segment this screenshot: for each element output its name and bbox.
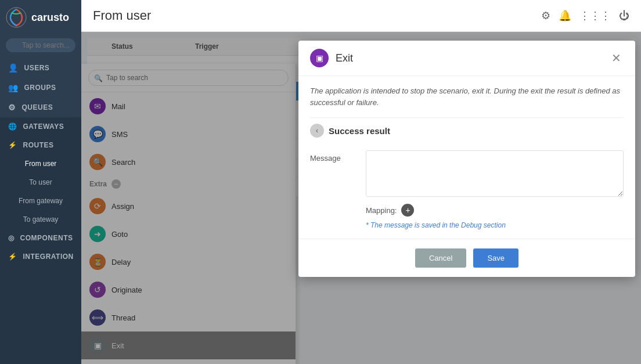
modal-body: The application is intended to stop the … [298, 76, 635, 239]
topbar-icons: ⚙ 🔔 ⋮⋮⋮ ⏻ [541, 9, 629, 22]
routes-label: ROUTES [23, 141, 54, 149]
sidebar-item-from-gateway[interactable]: From gateway [0, 192, 81, 210]
sidebar-search-input[interactable] [6, 38, 75, 52]
sidebar-nav-integration[interactable]: ⚡ INTEGRATION [0, 247, 81, 266]
groups-icon: 👥 [8, 83, 19, 92]
routes-icon: ⚡ [8, 141, 17, 149]
modal-footer: Cancel Save [298, 239, 635, 277]
queues-icon: ⚙ [8, 103, 16, 112]
main-area: From user ⚙ 🔔 ⋮⋮⋮ ⏻ Status Trigger Descr… [81, 0, 641, 364]
settings-icon[interactable]: ⚙ [541, 9, 550, 22]
section-back-button[interactable]: ‹ [310, 124, 324, 138]
integration-icon: ⚡ [8, 253, 17, 261]
exit-modal: ▣ Exit ✕ The application is intended to … [298, 41, 635, 277]
save-button[interactable]: Save [473, 248, 518, 268]
gateways-icon: 🌐 [8, 122, 17, 131]
routes-header: ⚡ ROUTES [0, 136, 81, 154]
users-icon: 👤 [8, 63, 19, 73]
sidebar-nav-groups[interactable]: 👥 GROUPS [0, 78, 81, 98]
modal-mapping-label: Mapping: [366, 206, 397, 215]
logo-area: carusto [0, 0, 81, 35]
gateways-label: GATEWAYS [23, 122, 64, 131]
apps-icon[interactable]: ⋮⋮⋮ [579, 9, 611, 22]
sidebar-label-users: USERS [24, 64, 50, 72]
from-gateway-label: From gateway [19, 197, 63, 205]
sidebar-item-from-user[interactable]: From user [0, 154, 81, 173]
modal-note: * The message is saved in the Debug sect… [310, 221, 624, 229]
modal-title: Exit [336, 52, 602, 64]
modal-section-header: ‹ Success result [310, 117, 624, 143]
sidebar-label-groups: GROUPS [24, 84, 56, 92]
to-user-label: To user [29, 178, 52, 186]
cancel-button[interactable]: Cancel [415, 248, 466, 268]
sidebar-label-queues: QUEUES [22, 103, 53, 111]
carusto-logo [6, 7, 27, 28]
svg-point-0 [6, 8, 26, 27]
sidebar-item-to-user[interactable]: To user [0, 173, 81, 192]
logo-text: carusto [31, 12, 69, 24]
to-gateway-label: To gateway [23, 215, 59, 224]
page-title: From user [93, 8, 151, 23]
topbar: From user ⚙ 🔔 ⋮⋮⋮ ⏻ [81, 0, 641, 32]
power-icon[interactable]: ⏻ [619, 10, 629, 22]
modal-mapping-row: Mapping: + [310, 204, 624, 217]
modal-header: ▣ Exit ✕ [298, 41, 635, 76]
modal-section-title: Success result [329, 126, 390, 136]
modal-close-button[interactable]: ✕ [609, 51, 624, 65]
modal-title-icon: ▣ [310, 49, 329, 67]
integration-label: INTEGRATION [23, 253, 74, 261]
routes-section: 🌐 GATEWAYS ⚡ ROUTES From user To user Fr… [0, 117, 81, 364]
modal-add-mapping-button[interactable]: + [401, 204, 414, 217]
content-area: Status Trigger Description Priority Enab… [81, 32, 641, 364]
sidebar-nav-queues[interactable]: ⚙ QUEUES [0, 98, 81, 117]
modal-field-row: Message [310, 150, 624, 197]
from-user-label: From user [25, 160, 57, 168]
modal-message-textarea[interactable] [366, 150, 624, 197]
modal-field-label: Message [310, 150, 356, 163]
modal-description: The application is intended to stop the … [310, 85, 624, 108]
sidebar-search-area[interactable]: 🔍 [0, 35, 81, 56]
components-icon: ◎ [8, 234, 15, 242]
sidebar-item-to-gateway[interactable]: To gateway [0, 210, 81, 229]
gateways-header: 🌐 GATEWAYS [0, 117, 81, 136]
modal-overlay: ▣ Exit ✕ The application is intended to … [81, 32, 641, 364]
notifications-icon[interactable]: 🔔 [559, 9, 571, 22]
sidebar-nav-components[interactable]: ◎ COMPONENTS [0, 229, 81, 247]
components-label: COMPONENTS [20, 234, 73, 242]
sidebar-nav-users[interactable]: 👤 USERS [0, 58, 81, 78]
sidebar: carusto 🔍 👤 USERS 👥 GROUPS ⚙ QUEUES 🌐 GA… [0, 0, 81, 364]
